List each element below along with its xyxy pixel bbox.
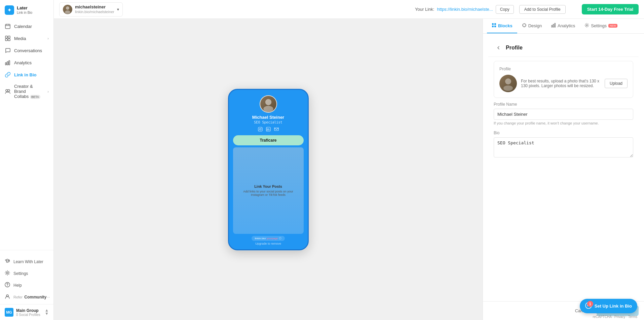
profile-name-hint: If you change your profile name, it won'… — [494, 121, 633, 125]
help-icon — [5, 282, 10, 288]
phone-title: SEO Specialist — [254, 120, 282, 124]
sidebar-item-label: Settings — [13, 271, 28, 276]
sidebar-item-label: Conversations — [14, 48, 42, 53]
workspace-selector[interactable]: MG Main Group 0 Social Profiles ▲ ▼ — [0, 304, 53, 320]
sidebar-refer[interactable]: Refer Community ··· — [0, 291, 53, 303]
svg-point-37 — [503, 85, 513, 91]
phone-footer: linkin.bio/ yourpage Upgrade to remove — [233, 236, 304, 245]
link-icon — [5, 72, 11, 78]
settings-icon — [5, 270, 10, 277]
svg-rect-27 — [492, 23, 494, 25]
arrow-icon: › — [47, 36, 49, 40]
sidebar-divider — [0, 250, 53, 250]
phone-avatar — [260, 95, 277, 113]
right-panel: Blocks Design Analytics — [483, 19, 644, 320]
profile-selector[interactable]: michaelsteiner linkin.bio/michaelsteiner… — [59, 2, 123, 16]
svg-rect-7 — [8, 39, 10, 41]
tab-blocks-label: Blocks — [498, 23, 513, 28]
phone-footer-upgrade: Upgrade to remove — [255, 242, 281, 245]
analytics-icon — [5, 60, 11, 66]
svg-rect-0 — [5, 24, 10, 29]
sidebar-item-media[interactable]: Media › — [0, 32, 53, 44]
sidebar-item-calendar[interactable]: Calendar — [0, 20, 53, 32]
svg-point-23 — [261, 128, 261, 128]
svg-point-17 — [66, 6, 69, 10]
sidebar-item-label: Learn With Later — [13, 259, 43, 264]
svg-rect-6 — [5, 39, 7, 41]
refer-dots: ··· — [46, 295, 50, 299]
add-to-social-button[interactable]: Add to Social Profile — [519, 5, 566, 14]
tab-analytics-label: Analytics — [558, 23, 575, 28]
svg-point-13 — [7, 272, 8, 274]
design-tab-icon — [522, 23, 527, 29]
phone-grid-title: Link Your Posts — [254, 184, 282, 188]
tab-design[interactable]: Design — [517, 19, 546, 33]
profile-url: linkin.bio/michaelsteiner — [75, 10, 114, 14]
panel-content: Profile Profile For best results, upload… — [483, 34, 644, 301]
svg-point-19 — [265, 99, 271, 105]
sidebar-item-label: Link in Bio — [14, 72, 36, 77]
sidebar-bottom: Learn With Later Settings Help Refer Com… — [0, 253, 53, 304]
main-area: michaelsteiner linkin.bio/michaelsteiner… — [54, 0, 644, 320]
profile-upload-row: For best results, upload a photo that's … — [499, 75, 628, 92]
tab-settings[interactable]: Settings NEW — [580, 19, 622, 33]
new-badge: NEW — [608, 24, 617, 28]
logo-icon: ✦ — [5, 5, 14, 15]
svg-rect-34 — [555, 23, 556, 27]
avatar-img — [63, 5, 72, 14]
svg-rect-24 — [266, 127, 270, 131]
panel-tabs: Blocks Design Analytics — [483, 19, 644, 34]
sidebar-item-learn[interactable]: Learn With Later — [0, 256, 53, 268]
svg-point-22 — [259, 128, 261, 130]
linkedin-icon — [266, 127, 271, 133]
workspace-avatar: MG — [5, 308, 13, 317]
svg-rect-29 — [492, 26, 494, 27]
instagram-icon — [258, 127, 263, 133]
phone-mockup: Michael Steiner SEO Specialist Traficare — [228, 89, 309, 250]
profile-link[interactable]: https://linkin.bio/michaelste... — [437, 7, 493, 12]
bio-label: Bio — [494, 131, 633, 135]
link-bar: Your Link: https://linkin.bio/michaelste… — [415, 5, 566, 14]
profile-name: michaelsteiner — [75, 5, 114, 9]
profile-name-input[interactable] — [494, 109, 633, 120]
profile-photo-section: Profile For best results, upload a photo… — [494, 61, 633, 98]
svg-rect-10 — [9, 61, 10, 65]
svg-rect-30 — [494, 26, 496, 27]
profile-name-label: Profile Name — [494, 102, 633, 107]
copy-button[interactable]: Copy — [496, 5, 514, 14]
your-link-label: Your Link: — [415, 7, 434, 12]
cookie-notice: reCAPTCHA · Privacy · Terms — [593, 315, 637, 319]
sidebar-item-label: Calendar — [14, 24, 32, 29]
refer-prefix: Refer — [13, 295, 23, 299]
sidebar-item-conversations[interactable]: Conversations — [0, 44, 53, 57]
svg-point-20 — [263, 106, 273, 112]
sidebar-item-label: Media — [14, 36, 26, 41]
bio-input[interactable] — [494, 137, 633, 157]
svg-point-35 — [586, 25, 588, 26]
chat-widget[interactable]: 1 Set Up Link in Bio — [580, 299, 637, 313]
svg-rect-33 — [553, 24, 554, 27]
svg-rect-4 — [5, 36, 7, 38]
svg-point-15 — [7, 286, 8, 286]
svg-point-12 — [8, 90, 10, 92]
sidebar-item-link-in-bio[interactable]: Link in Bio — [0, 69, 53, 81]
creator-icon — [5, 88, 11, 95]
sidebar-item-creator-brand[interactable]: Creator & BrandCollabs BETA › — [0, 81, 53, 102]
sidebar-item-help[interactable]: Help — [0, 279, 53, 291]
tab-blocks[interactable]: Blocks — [487, 19, 517, 33]
sidebar-item-settings[interactable]: Settings — [0, 268, 53, 279]
start-trial-button[interactable]: Start 14-Day Free Trial — [582, 4, 639, 14]
profile-upload-text: For best results, upload a photo that's … — [521, 79, 601, 88]
settings-tab-icon — [584, 23, 589, 29]
tab-analytics[interactable]: Analytics — [546, 19, 580, 33]
svg-point-18 — [65, 10, 70, 14]
back-button[interactable] — [494, 43, 503, 52]
sidebar-item-analytics[interactable]: Analytics — [0, 57, 53, 69]
logo-sub: Link in Bio — [17, 11, 32, 14]
svg-rect-9 — [7, 62, 8, 65]
svg-rect-28 — [494, 23, 496, 25]
svg-rect-32 — [552, 25, 553, 27]
dropdown-icon: ▾ — [117, 7, 119, 12]
chat-badge: 1 — [587, 301, 593, 307]
upload-button[interactable]: Upload — [605, 79, 628, 88]
